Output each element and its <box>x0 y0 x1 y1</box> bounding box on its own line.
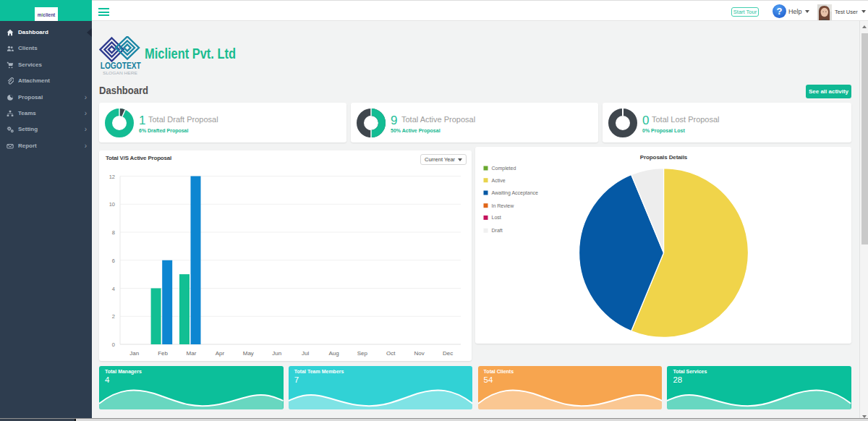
svg-text:8: 8 <box>112 229 115 236</box>
svg-text:Dashboard: Dashboard <box>99 84 148 96</box>
svg-text:Awaiting Acceptance: Awaiting Acceptance <box>492 190 539 196</box>
svg-text:Jun: Jun <box>272 350 281 357</box>
svg-text:Jan: Jan <box>129 350 139 357</box>
svg-text:Proposals Details: Proposals Details <box>640 154 688 161</box>
svg-text:Lost: Lost <box>492 215 501 220</box>
svg-text:10: 10 <box>109 201 115 208</box>
svg-text:12: 12 <box>109 174 115 180</box>
svg-text:Completed: Completed <box>492 166 516 171</box>
svg-text:LOGOTEXT: LOGOTEXT <box>101 61 142 71</box>
svg-text:Active: Active <box>492 178 506 183</box>
svg-text:2: 2 <box>112 313 115 320</box>
svg-text:Jul: Jul <box>302 350 309 357</box>
svg-text:In Review: In Review <box>492 203 515 208</box>
svg-text:Aug: Aug <box>328 350 339 357</box>
svg-text:Draft: Draft <box>492 228 503 233</box>
svg-text:Mar: Mar <box>187 350 197 357</box>
svg-text:SLOGAN HERE: SLOGAN HERE <box>103 71 137 75</box>
svg-text:Sep: Sep <box>357 350 368 357</box>
svg-text:Feb: Feb <box>158 350 168 357</box>
svg-text:4: 4 <box>112 286 115 292</box>
svg-text:0: 0 <box>112 341 115 348</box>
svg-text:Nov: Nov <box>414 350 425 357</box>
svg-text:Miclient Pvt. Ltd: Miclient Pvt. Ltd <box>145 46 236 61</box>
svg-text:Dec: Dec <box>443 350 453 357</box>
svg-text:6: 6 <box>112 258 115 264</box>
svg-text:May: May <box>243 350 254 357</box>
svg-text:Apr: Apr <box>216 350 225 357</box>
svg-text:Oct: Oct <box>386 350 396 357</box>
